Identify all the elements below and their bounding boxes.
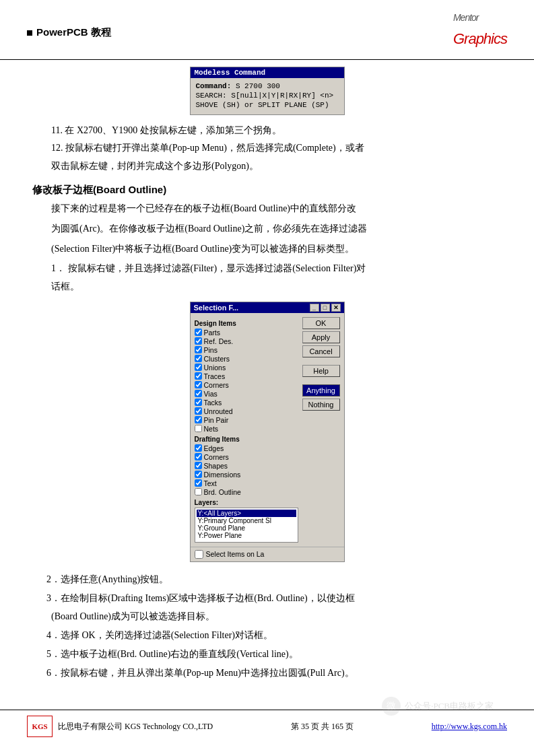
check-unions-input[interactable] [195,364,202,371]
check-brd-outline-label: Brd. Outline [204,488,241,496]
check-text: Text [195,479,298,487]
check-dimensions: Dimensions [195,471,298,479]
step-4: 4．选择 OK，关闭选择过滤器(Selection Filter)对话框。 [32,627,502,644]
filter-bottom: Select Items on La [191,547,344,561]
check-d-corners-input[interactable] [195,453,202,460]
check-text-input[interactable] [195,479,202,487]
filter-right: OK Apply Cancel Help Anything Nothing [302,317,340,543]
step-1-line2: 话框。 [32,279,502,295]
filter-title-text: Selection F... [194,304,239,312]
check-brd-outline-input[interactable] [195,488,202,495]
check-dimensions-input[interactable] [195,471,202,478]
kgs-logo: KGS [27,716,53,737]
ok-button[interactable]: OK [302,317,340,329]
filter-dialog: Selection F... _ □ ✕ Design Items Parts [190,302,345,562]
layer-power[interactable]: Y:Power Plane [197,532,296,539]
filter-body: Design Items Parts Ref. Des. Pins [191,313,344,547]
header-left: PowerPCB 教程 [27,26,111,39]
check-pins-label: Pins [204,346,218,354]
check-traces-label: Traces [204,372,226,380]
check-ref-des: Ref. Des. [195,337,298,345]
step-12-line2: 双击鼠标左键，封闭并完成这个多边形(Polygon)。 [32,158,502,174]
check-pin-pair-input[interactable] [195,416,202,423]
header-title: PowerPCB 教程 [36,26,111,39]
close-button[interactable]: ✕ [331,304,341,312]
footer-link[interactable]: http://www.kgs.com.hk [432,722,507,731]
step-12: 12. 按鼠标右键打开弹出菜单(Pop-up Menu)，然后选择完成(Comp… [32,141,502,156]
step-list-1: 11. 在 X2700、Y1900 处按鼠标左键，添加第三个拐角。 12. 按鼠… [32,123,502,175]
check-d-corners-label: Corners [204,453,229,461]
check-clusters-input[interactable] [195,355,202,362]
check-vias-input[interactable] [195,390,202,397]
step-11: 11. 在 X2700、Y1900 处按鼠标左键，添加第三个拐角。 [32,123,502,138]
check-traces-input[interactable] [195,372,202,380]
check-shapes-input[interactable] [195,462,202,469]
step-5: 5．选中板子边框(Brd. Outline)右边的垂直线段(Vertical l… [32,646,502,662]
filter-title-controls: _ □ ✕ [310,304,341,312]
step-list-2: 2．选择任意(Anything)按钮。 3．在绘制目标(Drafting Ite… [32,572,502,681]
step-1: 1． 按鼠标右键，并且选择过滤器(Filter)，显示选择过滤器(Selecti… [32,261,502,276]
nothing-button[interactable]: Nothing [302,399,340,411]
check-edges-input[interactable] [195,444,202,452]
check-tacks: Tacks [195,399,298,407]
check-pin-pair: Pin Pair [195,416,298,424]
watermark: 微 公众号·PCB电路板之家 [382,697,494,716]
apply-button[interactable]: Apply [302,331,340,343]
page: PowerPCB 教程 Mentor Graphics Modeless Com… [0,0,534,756]
check-ref-des-input[interactable] [195,337,202,345]
maximize-button[interactable]: □ [321,304,330,312]
header-bullet [27,30,32,36]
check-parts-input[interactable] [195,329,202,336]
check-corners-input[interactable] [195,381,202,388]
check-tacks-input[interactable] [195,399,202,406]
minimize-button[interactable]: _ [310,304,319,312]
check-text-label: Text [204,479,217,487]
body-para-1-cont2: (Selection Filter)中将板子边框(Board Outline)变… [32,241,502,257]
section-heading: 修改板子边框(Board Outline) [32,184,502,197]
check-traces: Traces [195,372,298,380]
mentor-logo: Mentor Graphics [453,12,507,54]
drafting-items-label: Drafting Items [195,436,298,443]
check-tacks-label: Tacks [204,399,222,407]
cmd-row-3: SHOVE (SH) or SPLIT PLANE (SP) [196,101,339,109]
check-pin-pair-label: Pin Pair [204,416,229,424]
check-unrouted-input[interactable] [195,407,202,415]
check-shapes-label: Shapes [204,462,228,470]
check-pins: Pins [195,346,298,354]
cmd-dialog-title: Modeless Command [191,67,344,78]
anything-button[interactable]: Anything [302,384,340,397]
layer-primary[interactable]: Y:Primary Component Sl [197,517,296,524]
footer-company: 比思电子有限公司 KGS Technology CO.,LTD [58,721,213,732]
check-corners: Corners [195,381,298,389]
step-6: 6．按鼠标右键，并且从弹出菜单(Pop-up Menu)中选择拉出圆弧(Pull… [32,665,502,681]
check-nets-label: Nets [204,425,219,433]
layer-all[interactable]: Y:<All Layers> [197,510,296,517]
cmd-dialog-body: Command: S 2700 300 SEARCH: S[null|X|Y|R… [191,78,344,114]
body-para-1-cont: 为圆弧(Arc)。在你修改板子边框(Board Outline)之前，你必须先在… [32,221,502,237]
help-button[interactable]: Help [302,365,340,377]
select-on-layer-check[interactable] [195,550,203,559]
check-clusters-label: Clusters [204,355,230,363]
watermark-icon: 微 [382,697,401,716]
cmd-row-2: SEARCH: S[null|X|Y|R|RX|RY] <n> [196,92,339,100]
design-items-label: Design Items [195,320,298,327]
check-vias: Vias [195,390,298,398]
check-unions-label: Unions [204,364,226,372]
select-on-layer-label: Select Items on La [206,550,265,558]
check-nets: Nets [195,425,298,433]
check-shapes: Shapes [195,462,298,470]
body-para-1: 接下来的过程是将一个已经存在的板子边框(Board Outline)中的直线部分… [32,201,502,217]
graphics-text: Graphics [453,30,507,47]
footer-center: 第 35 页 共 165 页 [291,721,354,732]
check-pins-input[interactable] [195,346,202,353]
cancel-button[interactable]: Cancel [302,345,340,357]
check-ref-des-label: Ref. Des. [204,337,234,345]
filter-left: Design Items Parts Ref. Des. Pins [195,317,298,543]
check-unrouted: Unrouted [195,407,298,415]
filter-title-bar: Selection F... _ □ ✕ [191,302,344,313]
filter-layers-box: Y:<All Layers> Y:Primary Component Sl Y:… [195,508,298,543]
check-unrouted-label: Unrouted [204,407,233,415]
check-nets-input[interactable] [195,425,202,432]
layer-ground[interactable]: Y:Ground Plane [197,524,296,532]
check-vias-label: Vias [204,390,218,398]
